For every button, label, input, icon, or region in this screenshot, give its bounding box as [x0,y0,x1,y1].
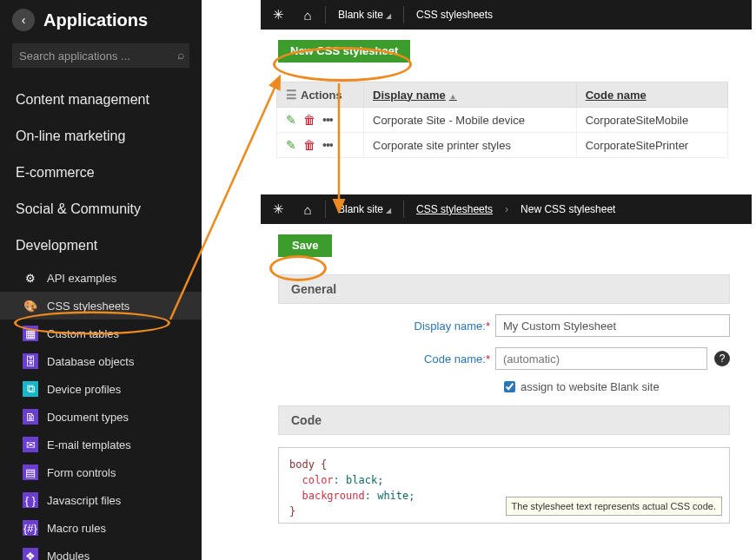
sidebar-item-label: Database objects [47,355,134,368]
sidebar-item-email-templates[interactable]: ✉E-mail templates [0,431,202,458]
sidebar-item-label: API examples [47,272,116,285]
required-mark: * [486,320,490,333]
section-general: General [278,274,730,304]
required-mark: * [486,352,490,366]
cell-code: CorporateSiteMobile [576,108,727,133]
chevron-down-icon: ◢ [386,207,391,214]
home-icon[interactable]: ⌂ [295,0,320,30]
sidebar-item-label: Form controls [47,466,116,479]
sidebar-item-label: Document types [47,411,129,424]
row-assign: assign to website Blank site [504,380,752,393]
topbar-2: ✳ ⌂ Blank site◢ CSS stylesheets › New CS… [261,194,752,224]
sidebar-header: ‹ Applications [0,9,202,43]
table-icon: ▦ [23,326,38,341]
sidebar-item-label: Macro rules [47,522,106,535]
col-actions: ☰Actions [277,82,364,108]
label-code-name: Code name:* [278,352,495,366]
home-icon[interactable]: ⌂ [295,194,320,224]
edit-icon[interactable]: ✎ [286,138,296,152]
sidebar-item-macro-rules[interactable]: {#}Macro rules [0,514,202,542]
breadcrumb-link[interactable]: CSS stylesheets [409,203,500,215]
cell-code: CorporateSitePrinter [576,133,727,158]
code-editor[interactable]: body { color: black; background: white; … [278,447,730,524]
breadcrumb-current: New CSS stylesheet [514,203,622,215]
action-bar-1: New CSS stylesheet [261,35,752,68]
doc-icon: 🗎 [23,409,38,425]
divider [325,201,326,218]
sidebar-item-modules[interactable]: ❖Modules [0,542,202,560]
row-display-name: Display name:* [278,314,730,337]
sidebar-item-label: Javascript files [47,494,121,507]
topbar-1: ✳ ⌂ Blank site◢ CSS stylesheets [261,0,752,30]
col-display-name[interactable]: Display name▲ [364,82,577,108]
sidebar-cat-marketing[interactable]: On-line marketing [0,118,202,155]
divider [403,6,404,23]
devices-icon: ⧉ [23,381,38,397]
chevron-left-icon: ‹ [22,13,26,27]
sidebar-item-label: CSS stylesheets [47,300,129,313]
help-icon[interactable]: ? [714,351,730,366]
tooltip: The stylesheet text represents actual CS… [506,497,722,517]
sidebar-cat-ecommerce[interactable]: E-commerce [0,155,202,191]
gear-icon: ⚙ [23,270,38,286]
sidebar-item-database-objects[interactable]: 🗄Database objects [0,347,202,375]
sidebar-cat-development[interactable]: Development [0,227,202,264]
row-code-name: Code name:* ? [278,347,730,370]
table-row: ✎🗑••• Corporate Site - Mobile device Cor… [277,108,728,133]
sidebar-item-custom-tables[interactable]: ▦Custom tables [0,320,202,347]
breadcrumb-page: CSS stylesheets [409,9,500,21]
section-code: Code [278,405,730,435]
sidebar-cat-content[interactable]: Content management [0,82,202,118]
label-display-name: Display name:* [278,320,495,333]
row-actions: ✎🗑••• [286,113,355,127]
search-input[interactable] [12,43,189,68]
more-icon[interactable]: ••• [322,113,333,127]
sidebar: ‹ Applications ⌕ Content management On-l… [0,0,202,560]
table-row: ✎🗑••• Corporate site printer styles Corp… [277,133,728,158]
new-css-button[interactable]: New CSS stylesheet [278,40,410,63]
breadcrumb-site[interactable]: Blank site◢ [331,203,398,215]
input-display-name[interactable] [495,314,730,337]
input-code-name[interactable] [495,347,707,370]
sidebar-item-api-examples[interactable]: ⚙API examples [0,264,202,292]
back-button[interactable]: ‹ [12,9,35,31]
panel-new-css: ✳ ⌂ Blank site◢ CSS stylesheets › New CS… [261,194,752,524]
cell-display: Corporate Site - Mobile device [364,108,577,133]
app-logo-icon[interactable]: ✳ [266,0,290,30]
grid-wrap: ☰Actions Display name▲ Code name ✎🗑••• C… [276,82,752,158]
sidebar-item-javascript-files[interactable]: { }Javascript files [0,486,202,514]
sort-asc-icon: ▲ [449,92,457,101]
sidebar-item-label: Modules [47,550,90,561]
edit-icon[interactable]: ✎ [286,113,296,127]
mail-icon: ✉ [23,437,38,452]
search-icon[interactable]: ⌕ [177,48,184,62]
js-icon: { } [23,492,38,508]
content: ✳ ⌂ Blank site◢ CSS stylesheets New CSS … [261,0,752,524]
breadcrumb-sep: › [505,203,508,215]
checkbox-assign[interactable] [504,381,515,392]
delete-icon[interactable]: 🗑 [303,113,315,127]
app-logo-icon[interactable]: ✳ [266,194,290,224]
sidebar-item-label: Custom tables [47,327,119,340]
form-icon: ▤ [23,464,38,480]
search-wrap: ⌕ [12,43,189,68]
divider [403,201,404,218]
sidebar-cat-social[interactable]: Social & Community [0,191,202,227]
sidebar-item-device-profiles[interactable]: ⧉Device profiles [0,375,202,403]
hamburger-icon[interactable]: ☰ [286,88,297,102]
breadcrumb-site[interactable]: Blank site◢ [331,9,398,21]
sidebar-item-form-controls[interactable]: ▤Form controls [0,458,202,486]
sidebar-item-document-types[interactable]: 🗎Document types [0,403,202,431]
css-grid: ☰Actions Display name▲ Code name ✎🗑••• C… [276,82,728,158]
module-icon: ❖ [23,548,38,560]
save-button[interactable]: Save [278,234,332,257]
cell-display: Corporate site printer styles [364,133,577,158]
action-bar-2: Save [261,229,752,262]
col-code-name[interactable]: Code name [576,82,727,108]
delete-icon[interactable]: 🗑 [303,138,315,152]
chevron-down-icon: ◢ [386,12,391,20]
macro-icon: {#} [23,520,38,536]
sidebar-item-css-stylesheets[interactable]: 🎨CSS stylesheets [0,292,202,320]
more-icon[interactable]: ••• [322,138,333,152]
sidebar-item-label: E-mail templates [47,438,131,451]
